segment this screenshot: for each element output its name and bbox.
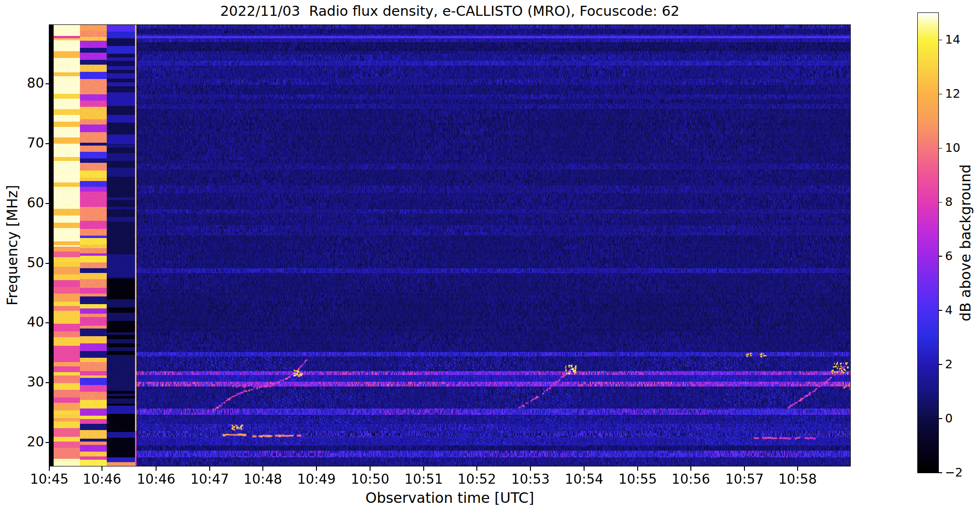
colorbar-tick-label: 12 xyxy=(945,87,960,101)
colorbar-tick-label: 2 xyxy=(945,357,953,371)
y-tick-label: 80 xyxy=(0,75,44,91)
x-tick-mark xyxy=(101,466,102,471)
y-tick-mark xyxy=(45,322,49,323)
colorbar-tick-label: 10 xyxy=(945,141,960,155)
x-tick-mark xyxy=(530,466,531,471)
y-tick-label: 30 xyxy=(0,374,44,390)
colorbar-tick-mark xyxy=(938,94,942,95)
colorbar-tick-label: 4 xyxy=(945,303,953,317)
x-tick-mark xyxy=(637,466,638,471)
x-tick-mark xyxy=(370,466,371,471)
x-tick-mark xyxy=(476,466,477,471)
y-tick-label: 60 xyxy=(0,195,44,211)
x-axis-label: Observation time [UTC] xyxy=(49,489,850,506)
y-tick-label: 40 xyxy=(0,314,44,330)
y-tick-label: 50 xyxy=(0,255,44,271)
colorbar-tick-mark xyxy=(938,202,942,203)
colorbar-tick-mark xyxy=(938,418,942,419)
x-tick-label: 10:58 xyxy=(764,471,831,487)
y-tick-mark xyxy=(45,382,49,383)
x-tick-mark xyxy=(262,466,263,471)
x-tick-mark xyxy=(156,466,157,471)
colorbar xyxy=(918,13,938,473)
colorbar-tick-mark xyxy=(938,472,942,473)
y-tick-mark xyxy=(45,263,49,264)
colorbar-tick-label: 6 xyxy=(945,249,953,263)
x-tick-mark xyxy=(744,466,745,471)
x-tick-mark xyxy=(316,466,317,471)
x-tick-mark xyxy=(584,466,585,471)
colorbar-tick-mark xyxy=(938,310,942,311)
x-tick-mark xyxy=(690,466,691,471)
spectrogram-figure: 2022/11/03 Radio flux density, e-CALLIST… xyxy=(0,0,980,511)
y-tick-mark xyxy=(45,143,49,144)
colorbar-tick-label: 14 xyxy=(945,33,960,46)
colorbar-tick-mark xyxy=(938,256,942,257)
chart-title: 2022/11/03 Radio flux density, e-CALLIST… xyxy=(49,3,850,19)
y-tick-mark xyxy=(45,83,49,84)
spectrogram-canvas xyxy=(49,25,850,466)
colorbar-tick-label: −2 xyxy=(945,466,963,479)
y-tick-label: 70 xyxy=(0,135,44,151)
x-tick-mark xyxy=(423,466,424,471)
y-tick-mark xyxy=(45,442,49,443)
y-tick-label: 20 xyxy=(0,434,44,450)
x-tick-mark xyxy=(49,466,50,471)
x-tick-mark xyxy=(797,466,798,471)
colorbar-tick-mark xyxy=(938,364,942,365)
colorbar-tick-label: 0 xyxy=(945,411,953,425)
colorbar-tick-mark xyxy=(938,148,942,149)
colorbar-tick-label: 8 xyxy=(945,195,953,209)
colorbar-label: dB above background xyxy=(957,164,974,321)
x-tick-mark xyxy=(209,466,210,471)
y-tick-mark xyxy=(45,203,49,204)
plot-area xyxy=(49,25,850,466)
colorbar-tick-mark xyxy=(938,40,942,41)
